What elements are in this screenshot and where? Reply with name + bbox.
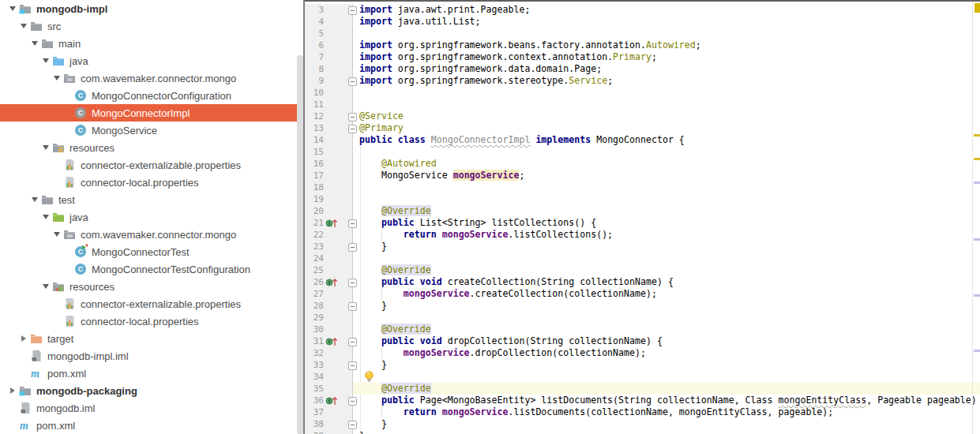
code-text[interactable]: import java.awt.print.Pageable; bbox=[353, 4, 980, 16]
code-text[interactable]: @Primary bbox=[353, 122, 980, 134]
usage-stripe-mark[interactable] bbox=[974, 181, 980, 184]
tree-item-resources[interactable]: resources bbox=[0, 139, 303, 156]
tree-item-pom-xml[interactable]: mpom.xml bbox=[0, 417, 303, 434]
code-text[interactable]: import org.springframework.context.annot… bbox=[353, 51, 980, 63]
usage-stripe-mark[interactable] bbox=[974, 294, 980, 297]
chevron-down-icon[interactable] bbox=[39, 141, 52, 154]
tree-item-com-wavemaker-connector-mongo[interactable]: com.wavemaker.connector.mongo bbox=[0, 226, 303, 243]
iml-file-icon bbox=[30, 350, 43, 362]
code-text[interactable] bbox=[353, 312, 980, 324]
tree-item-main[interactable]: main bbox=[0, 35, 303, 52]
tree-item-connector-local-properties[interactable]: connector-local.properties bbox=[0, 312, 303, 330]
tree-scrollbar-thumb[interactable] bbox=[297, 55, 303, 434]
code-text[interactable]: } bbox=[353, 430, 980, 434]
code-text[interactable]: import org.springframework.data.domain.P… bbox=[353, 63, 980, 75]
fold-end-icon[interactable] bbox=[348, 302, 357, 311]
fold-collapse-icon[interactable] bbox=[348, 113, 357, 122]
code-text[interactable]: mongoService.dropCollection(collectionNa… bbox=[353, 347, 980, 359]
tree-item-connector-local-properties[interactable]: connector-local.properties bbox=[0, 174, 303, 191]
code-text[interactable]: @Override bbox=[353, 205, 980, 217]
chevron-right-icon[interactable] bbox=[17, 332, 30, 345]
code-text[interactable]: public void dropCollection(String collec… bbox=[353, 335, 980, 347]
warning-stripe-mark[interactable] bbox=[974, 134, 980, 137]
tree-item-target[interactable]: target bbox=[0, 330, 303, 347]
code-text[interactable]: @Autowired bbox=[353, 158, 980, 170]
tree-item-mongoconnectortest[interactable]: CMongoConnectorTest bbox=[0, 243, 303, 260]
code-text[interactable]: public class MongoConnectorImpl implemen… bbox=[353, 134, 980, 146]
code-text[interactable]: } bbox=[353, 359, 980, 371]
code-text[interactable] bbox=[353, 193, 980, 205]
tree-item-src[interactable]: src bbox=[0, 17, 303, 35]
code-text[interactable]: public Page<MongoBaseEntity> listDocumen… bbox=[353, 395, 980, 406]
fold-collapse-icon[interactable] bbox=[348, 6, 357, 15]
tree-item-java[interactable]: java bbox=[0, 208, 303, 226]
line-number: 37 bbox=[305, 406, 324, 418]
code-text[interactable]: @Override bbox=[353, 264, 980, 276]
code-text[interactable]: @Service bbox=[353, 110, 980, 122]
chevron-down-icon[interactable] bbox=[39, 211, 52, 223]
token-sqg: mongoEntityClass bbox=[779, 395, 867, 406]
code-text[interactable]: @Override bbox=[353, 383, 980, 395]
fold-end-icon[interactable] bbox=[348, 77, 357, 86]
code-text[interactable]: import org.springframework.stereotype.Se… bbox=[353, 75, 980, 87]
fold-end-icon[interactable] bbox=[348, 361, 357, 370]
line-number: 26 bbox=[305, 276, 324, 288]
code-text[interactable] bbox=[353, 28, 980, 39]
tree-item-resources[interactable]: resources bbox=[0, 278, 303, 295]
tree-item-mongodb-iml[interactable]: mongodb.iml bbox=[0, 399, 303, 417]
chevron-down-icon[interactable] bbox=[6, 2, 19, 15]
tree-item-mongodb-packaging[interactable]: mongodb-packaging bbox=[0, 382, 303, 399]
code-text[interactable]: return mongoService.listDocuments(collec… bbox=[353, 406, 980, 418]
tree-item-mongodb-impl[interactable]: mongodb-impl bbox=[0, 0, 303, 17]
code-text[interactable] bbox=[353, 146, 980, 158]
tree-item-connector-externalizable-properties[interactable]: connector-externalizable.properties bbox=[0, 295, 303, 312]
chevron-right-icon[interactable] bbox=[6, 384, 19, 397]
chevron-down-icon[interactable] bbox=[17, 20, 30, 32]
fold-end-icon[interactable] bbox=[348, 243, 357, 252]
code-text[interactable]: } bbox=[353, 300, 980, 312]
tree-item-pom-xml[interactable]: mpom.xml bbox=[0, 365, 303, 382]
chevron-down-icon[interactable] bbox=[28, 37, 41, 50]
code-text[interactable]: public List<String> listCollections() { bbox=[353, 217, 980, 229]
chevron-down-icon[interactable] bbox=[39, 54, 52, 67]
tree-item-java[interactable]: java bbox=[0, 52, 303, 69]
code-text[interactable] bbox=[353, 87, 980, 99]
code-text[interactable]: import java.util.List; bbox=[353, 16, 980, 28]
fold-collapse-icon[interactable] bbox=[348, 338, 357, 346]
chevron-down-icon[interactable] bbox=[51, 72, 63, 84]
code-text[interactable]: import org.springframework.beans.factory… bbox=[353, 39, 980, 51]
code-text[interactable] bbox=[353, 371, 980, 383]
inspection-indicator[interactable] bbox=[974, 3, 980, 13]
code-text[interactable] bbox=[353, 181, 980, 193]
tree-item-mongoconnectortestconfiguration[interactable]: CMongoConnectorTestConfiguration bbox=[0, 260, 303, 278]
tree-item-mongodb-impl-iml[interactable]: mongodb-impl.iml bbox=[0, 347, 303, 365]
fold-collapse-icon[interactable] bbox=[348, 397, 357, 406]
tree-item-connector-externalizable-properties[interactable]: connector-externalizable.properties bbox=[0, 156, 303, 174]
fold-end-icon[interactable] bbox=[348, 125, 357, 133]
fold-end-icon[interactable] bbox=[348, 421, 357, 429]
code-text[interactable] bbox=[353, 253, 980, 264]
code-text[interactable]: @Override bbox=[353, 324, 980, 335]
fold-collapse-icon[interactable] bbox=[348, 219, 357, 228]
tree-item-label: MongoConnectorTestConfiguration bbox=[92, 264, 250, 275]
error-stripe-scrollbar[interactable] bbox=[972, 2, 980, 434]
tree-item-mongoservice[interactable]: CMongoService bbox=[0, 122, 303, 139]
chevron-down-icon[interactable] bbox=[39, 280, 52, 293]
chevron-down-icon[interactable] bbox=[51, 228, 63, 241]
usage-stripe-mark[interactable] bbox=[974, 350, 980, 352]
code-text[interactable]: mongoService.createCollection(collection… bbox=[353, 288, 980, 300]
warning-stripe-mark[interactable] bbox=[974, 158, 980, 160]
tree-item-mongoconnectorconfiguration[interactable]: CMongoConnectorConfiguration bbox=[0, 87, 303, 104]
usage-stripe-mark[interactable] bbox=[974, 238, 980, 241]
tree-item-mongoconnectorimpl[interactable]: CMongoConnectorImpl bbox=[0, 104, 303, 122]
code-text[interactable]: MongoService mongoService; bbox=[353, 170, 980, 181]
chevron-down-icon[interactable] bbox=[28, 193, 41, 206]
tree-item-com-wavemaker-connector-mongo[interactable]: com.wavemaker.connector.mongo bbox=[0, 69, 303, 87]
code-text[interactable]: } bbox=[353, 418, 980, 430]
code-text[interactable]: public void createCollection(String coll… bbox=[353, 276, 980, 288]
code-text[interactable]: } bbox=[353, 241, 980, 253]
fold-collapse-icon[interactable] bbox=[348, 279, 357, 287]
tree-item-test[interactable]: test bbox=[0, 191, 303, 208]
code-text[interactable] bbox=[353, 99, 980, 110]
code-text[interactable]: return mongoService.listCollections(); bbox=[353, 229, 980, 241]
